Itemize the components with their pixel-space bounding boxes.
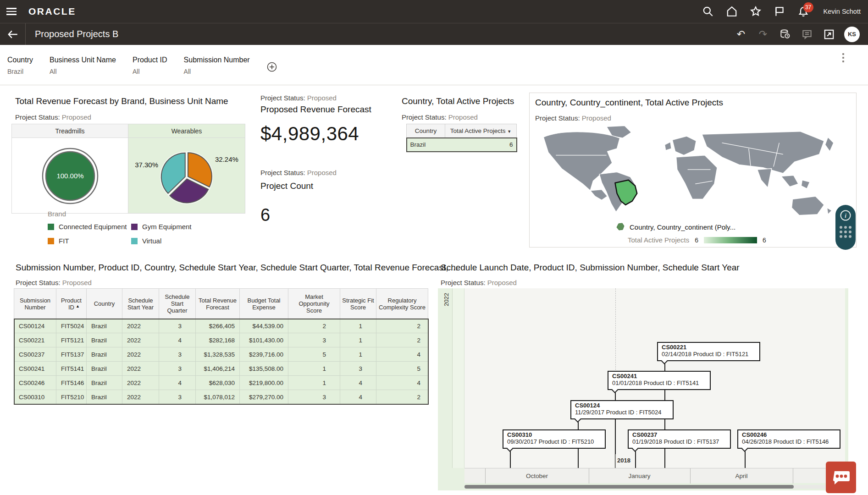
timeline-plot[interactable]: CS0022102/14/2018 Product ID : FIT5121CS… (464, 288, 845, 468)
cell[interactable]: 2 (376, 333, 428, 347)
cell[interactable]: FIT5121 (56, 333, 87, 347)
info-icon[interactable]: i (840, 209, 851, 221)
cell[interactable]: $266,405 (196, 319, 240, 333)
cell[interactable]: 4 (340, 390, 376, 404)
notifications-bell-icon[interactable]: 37 (793, 1, 813, 22)
pie-wearables[interactable]: 37.30%32.24% (128, 138, 245, 213)
cell[interactable]: 2022 (122, 347, 159, 362)
timeline-panel[interactable]: 2022 CS0022102/14/2018 Product ID : FIT5… (438, 288, 848, 490)
cell[interactable]: 2022 (122, 319, 159, 333)
legend-item-virtual[interactable]: Virtual (131, 237, 192, 245)
cell[interactable]: 2022 (122, 376, 159, 390)
filter-submission-number[interactable]: Submission Number All (184, 56, 250, 75)
user-avatar[interactable]: KS (844, 27, 860, 42)
side-toolbar-pill[interactable]: i (835, 205, 856, 250)
filter-country[interactable]: Country Brazil (7, 56, 33, 75)
cell[interactable]: FIT5141 (56, 362, 87, 376)
cell[interactable]: FIT5146 (56, 376, 87, 390)
cell[interactable]: 3 (340, 362, 376, 376)
cell[interactable]: 4 (376, 347, 428, 362)
canvas-menu-kebab-icon[interactable] (842, 53, 844, 62)
back-arrow-icon[interactable] (0, 23, 26, 45)
cell[interactable]: FIT5210 (56, 390, 87, 404)
cell[interactable]: 5 (376, 362, 428, 376)
cell[interactable]: FIT5024 (56, 319, 87, 333)
table-row-cs00124[interactable]: CS00124FIT5024Brazil20223$266,405$44,539… (14, 319, 428, 333)
cell[interactable]: Brazil (87, 390, 122, 404)
cell[interactable]: $101,430.00 (240, 333, 288, 347)
cell[interactable]: $135,508.00 (240, 362, 288, 376)
cell[interactable]: 4 (340, 376, 376, 390)
cell[interactable]: CS00246 (14, 376, 56, 390)
user-name[interactable]: Kevin Schott (824, 8, 861, 15)
country-table-row-brazil[interactable]: Brazil 6 (407, 138, 517, 152)
kpi-count-value[interactable]: 6 (260, 205, 270, 225)
cell[interactable]: 3 (159, 362, 196, 376)
cell[interactable]: Brazil (87, 319, 122, 333)
cell-country[interactable]: Brazil (407, 138, 445, 152)
table-row-cs00310[interactable]: CS00310FIT5210Brazil20223$1,078,012$279,… (14, 390, 428, 404)
col-header-schedule-start-year[interactable]: Schedule Start Year (122, 289, 159, 319)
cell[interactable]: 1 (288, 376, 340, 390)
pie-treadmills[interactable]: 100.00% (12, 138, 128, 213)
cell[interactable]: Brazil (87, 362, 122, 376)
cell[interactable]: CS00310 (14, 390, 56, 404)
cell[interactable]: $1,406,214 (196, 362, 240, 376)
refresh-data-icon[interactable] (775, 25, 795, 44)
cell[interactable]: CS00221 (14, 333, 56, 347)
cell[interactable]: 2 (376, 319, 428, 333)
col-header-total-revenue-forecast[interactable]: Total Revenue Forecast (196, 289, 240, 319)
facet-header-treadmills[interactable]: Treadmills (12, 124, 128, 138)
cell[interactable]: 3 (159, 347, 196, 362)
home-icon[interactable] (722, 1, 742, 22)
facet-header-wearables[interactable]: Wearables (128, 124, 245, 138)
filter-product-id[interactable]: Product ID All (133, 56, 167, 75)
col-header-total-active-projects[interactable]: Total Active Projects ▼ (445, 124, 517, 138)
cell[interactable]: 4 (159, 376, 196, 390)
cell[interactable]: $279,270.00 (240, 390, 288, 404)
timeline-event-cs00246[interactable]: CS0024604/26/2018 Product ID : FIT5146 (737, 429, 840, 449)
cell[interactable]: CS00124 (14, 319, 56, 333)
cell[interactable]: Brazil (87, 333, 122, 347)
cell[interactable]: $1,328,535 (196, 347, 240, 362)
cell[interactable]: 4 (376, 376, 428, 390)
col-header-country[interactable]: Country (87, 289, 122, 319)
world-map[interactable] (534, 124, 851, 217)
cell[interactable]: $239,716.00 (240, 347, 288, 362)
cell[interactable]: 1 (288, 362, 340, 376)
cell[interactable]: 2022 (122, 333, 159, 347)
announcements-flag-icon[interactable] (769, 1, 790, 22)
comments-icon[interactable] (797, 25, 817, 44)
cell[interactable]: 1 (340, 319, 376, 333)
cell[interactable]: 3 (288, 333, 340, 347)
legend-item-connected-equipment[interactable]: Connected Equipment (48, 223, 131, 231)
timeline-event-cs00241[interactable]: CS0024101/01/2018 Product ID : FIT5141 (608, 371, 711, 390)
cell[interactable]: Brazil (87, 347, 122, 362)
filter-business-unit[interactable]: Business Unit Name All (50, 56, 116, 75)
table-row-cs00241[interactable]: CS00241FIT5141Brazil20223$1,406,214$135,… (14, 362, 428, 376)
col-header-schedule-start-quarter[interactable]: Schedule Start Quarter (159, 289, 196, 319)
timeline-scrollbar-track[interactable] (464, 485, 845, 489)
legend-item-fit[interactable]: FIT (48, 237, 131, 245)
export-icon[interactable] (819, 25, 839, 44)
cell[interactable]: 2 (288, 319, 340, 333)
cell[interactable]: Brazil (87, 376, 122, 390)
cell[interactable]: $219,800.00 (240, 376, 288, 390)
col-header-budget-total-expense[interactable]: Budget Total Expense (240, 289, 288, 319)
cell[interactable]: 5 (288, 347, 340, 362)
redo-icon[interactable]: ↷ (753, 25, 773, 44)
undo-icon[interactable]: ↶ (731, 25, 751, 44)
col-header-country[interactable]: Country (407, 124, 445, 138)
cell[interactable]: 2 (376, 390, 428, 404)
cell[interactable]: $628,030 (196, 376, 240, 390)
timeline-event-cs00237[interactable]: CS0023701/19/2018 Product ID : FIT5137 (628, 429, 731, 449)
timeline-event-cs00310[interactable]: CS0031009/30/2017 Product ID : FIT5210 (503, 429, 606, 449)
timeline-event-cs00124[interactable]: CS0012411/29/2017 Product ID : FIT5024 (570, 400, 674, 419)
table-row-cs00237[interactable]: CS00237FIT5137Brazil20223$1,328,535$239,… (14, 347, 428, 362)
cell[interactable]: 4 (159, 333, 196, 347)
cell[interactable]: $282,168 (196, 333, 240, 347)
cell[interactable]: CS00241 (14, 362, 56, 376)
search-icon[interactable] (698, 1, 718, 22)
cell[interactable]: 2022 (122, 390, 159, 404)
grid-dots-icon[interactable] (840, 226, 851, 238)
